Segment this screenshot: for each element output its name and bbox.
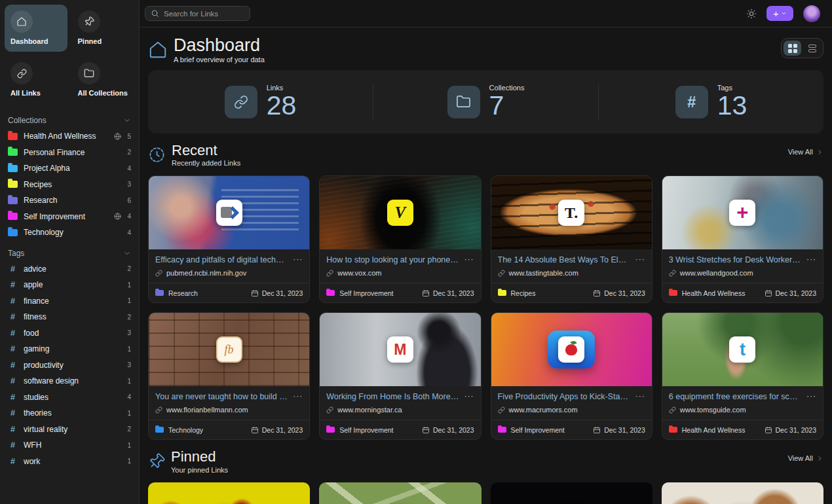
link-card[interactable]: fb You are never taught how to build qua… (148, 312, 310, 440)
folder-icon (8, 133, 18, 140)
pinned-link-card[interactable] (319, 482, 481, 504)
tag-count: 3 (127, 329, 131, 336)
collection-chip[interactable]: Self Improvement (326, 289, 393, 297)
collection-chip[interactable]: Technology (155, 426, 203, 434)
grid-view-button[interactable] (784, 41, 801, 56)
tag-item[interactable]: #studies4 (0, 389, 139, 406)
collection-name: Health And Wellness (682, 289, 746, 297)
collection-item[interactable]: Technology 4 (0, 225, 139, 241)
folder-icon (8, 197, 18, 204)
link-card[interactable]: T. The 14 Absolute Best Ways To Elevate … (491, 175, 652, 303)
collection-chip[interactable]: Research (155, 289, 198, 297)
hash-icon: # (8, 393, 18, 402)
tag-item[interactable]: #software design1 (0, 373, 139, 389)
recent-links-grid: Efficacy and pitfalls of digital technol… (148, 175, 823, 440)
chevron-down-icon[interactable] (123, 117, 131, 124)
hash-icon: # (8, 457, 18, 466)
sidebar-item-all-collections[interactable]: All Collections (72, 56, 135, 103)
more-options-icon[interactable]: ··· (293, 255, 303, 263)
tag-item[interactable]: #WFH1 (0, 437, 139, 454)
tag-item[interactable]: #apple1 (0, 277, 139, 293)
collection-item[interactable]: Recipes 3 (0, 177, 139, 193)
more-options-icon[interactable]: ··· (806, 392, 816, 400)
apple-icon (565, 344, 577, 355)
link-card[interactable]: V How to stop looking at your phone - Vo… (319, 175, 481, 303)
tag-item[interactable]: #fitness2 (0, 309, 139, 325)
tag-item[interactable]: #food3 (0, 325, 139, 342)
pinned-link-card[interactable] (491, 482, 652, 504)
pin-icon (78, 10, 100, 33)
chevron-down-icon[interactable] (123, 249, 131, 257)
collection-count: 5 (127, 133, 131, 140)
tag-item[interactable]: #productivity3 (0, 357, 139, 374)
pinned-view-all-link[interactable]: View All (788, 454, 823, 462)
more-options-icon[interactable]: ··· (806, 255, 816, 263)
add-new-button[interactable]: + (766, 6, 793, 21)
sidebar-item-pinned[interactable]: Pinned (72, 5, 135, 52)
collection-name: Technology (24, 228, 121, 237)
user-avatar[interactable] (803, 5, 820, 22)
link-icon (498, 406, 505, 414)
collection-name: Technology (168, 426, 203, 434)
tag-item[interactable]: #work1 (0, 454, 139, 470)
pinned-link-card[interactable] (662, 482, 823, 504)
morningstar-logo-badge: M (387, 336, 413, 363)
collection-item[interactable]: Self Improvement 4 (0, 209, 139, 225)
collection-chip[interactable]: Recipes (498, 289, 536, 297)
link-url-row: pubmed.ncbi.nlm.nih.gov (155, 269, 303, 277)
theme-toggle-sun-icon[interactable] (746, 9, 757, 19)
stat-collections[interactable]: Collections 7 (373, 84, 598, 120)
collection-item[interactable]: Research 6 (0, 192, 139, 209)
link-url-row: www.macrumors.com (498, 406, 645, 414)
collection-item[interactable]: Project Alpha 4 (0, 160, 139, 177)
tags-header-label: Tags (8, 249, 24, 258)
hash-icon: # (675, 86, 708, 118)
stat-links[interactable]: Links 28 (148, 84, 373, 120)
tag-name: gaming (24, 344, 121, 353)
more-options-icon[interactable]: ··· (635, 255, 645, 263)
collection-chip[interactable]: Self Improvement (498, 426, 565, 434)
link-title: You are never taught how to build qualit… (155, 392, 288, 401)
link-preview-image: M (320, 313, 480, 386)
globe-icon (114, 213, 121, 220)
tag-item[interactable]: #virtual reality2 (0, 422, 139, 438)
link-card[interactable]: Efficacy and pitfalls of digital technol… (148, 175, 310, 303)
topbar: + (140, 0, 832, 27)
link-date: Dec 31, 2023 (251, 289, 303, 297)
search-input[interactable] (164, 10, 244, 18)
search-box[interactable] (145, 6, 250, 21)
tag-item[interactable]: #gaming1 (0, 341, 139, 357)
recent-view-all-link[interactable]: View All (788, 148, 823, 156)
link-card[interactable]: + 3 Wrist Stretches for Desk Workers to … (662, 175, 823, 303)
tag-item[interactable]: #finance1 (0, 293, 139, 310)
link-icon (326, 270, 333, 277)
pinned-link-card[interactable] (148, 482, 310, 504)
tag-item[interactable]: #advice2 (0, 261, 139, 278)
collection-chip[interactable]: Self Improvement (326, 426, 393, 434)
collection-chip[interactable]: Health And Wellness (669, 426, 746, 434)
more-options-icon[interactable]: ··· (635, 392, 645, 400)
link-card[interactable]: Five Productivity Apps to Kick-Start the… (491, 312, 652, 440)
link-card[interactable]: t 6 equipment free exercises for sculpti… (662, 312, 823, 440)
more-options-icon[interactable]: ··· (464, 392, 474, 400)
link-date: Dec 31, 2023 (765, 426, 816, 434)
more-options-icon[interactable]: ··· (293, 392, 303, 400)
calendar-icon (251, 426, 259, 434)
tag-item[interactable]: #theories1 (0, 405, 139, 422)
collection-chip[interactable]: Health And Wellness (669, 289, 746, 297)
tag-name: WFH (24, 441, 121, 450)
link-icon (326, 406, 333, 414)
collection-item[interactable]: Health And Wellness 5 (0, 128, 139, 145)
tag-count: 4 (127, 393, 131, 401)
collection-item[interactable]: Personal Finance 2 (0, 145, 139, 161)
more-options-icon[interactable]: ··· (464, 255, 474, 263)
collections-section-header[interactable]: Collections (0, 108, 139, 128)
tags-section-header[interactable]: Tags (0, 241, 139, 261)
sidebar-item-all-links[interactable]: All Links (5, 56, 67, 103)
folder-icon (8, 165, 18, 172)
link-title: How to stop looking at your phone - Vox (326, 255, 459, 264)
stat-tags[interactable]: # Tags 13 (599, 84, 823, 120)
link-card[interactable]: M Working From Home Is Both More and L..… (319, 312, 481, 440)
sidebar-item-dashboard[interactable]: Dashboard (5, 5, 67, 52)
list-view-button[interactable] (803, 41, 821, 56)
